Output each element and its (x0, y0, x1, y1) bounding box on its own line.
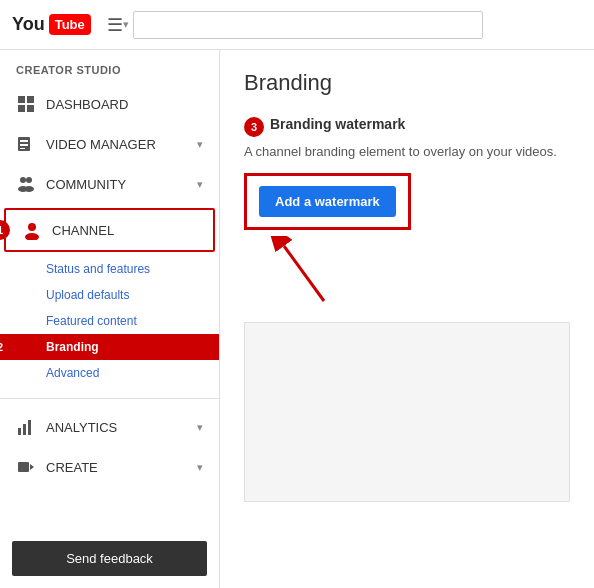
arrow-area (244, 236, 570, 306)
svg-rect-6 (20, 144, 28, 146)
sidebar-subitem-branding[interactable]: Branding (0, 334, 219, 360)
yt-you-text: You (12, 14, 45, 35)
sidebar-item-video-manager[interactable]: VIDEO MANAGER ▾ (0, 124, 219, 164)
svg-rect-2 (18, 105, 25, 112)
main-layout: CREATOR STUDIO DASHBOARD (0, 50, 594, 588)
video-manager-label: VIDEO MANAGER (46, 137, 187, 152)
sidebar-item-channel[interactable]: CHANNEL (4, 208, 215, 252)
dashboard-icon (16, 94, 36, 114)
arrow-annotation (244, 236, 364, 306)
hamburger-button[interactable]: ☰ ▾ (107, 14, 129, 36)
community-chevron: ▾ (197, 178, 203, 191)
video-manager-icon (16, 134, 36, 154)
svg-point-9 (26, 177, 32, 183)
svg-rect-1 (27, 96, 34, 103)
analytics-chevron: ▾ (197, 421, 203, 434)
community-icon (16, 174, 36, 194)
svg-rect-17 (18, 462, 29, 472)
svg-rect-3 (27, 105, 34, 112)
sidebar-divider-1 (0, 398, 219, 399)
sidebar-subitem-featured[interactable]: Featured content (0, 308, 219, 334)
sidebar-item-create[interactable]: CREATE ▾ (0, 447, 219, 487)
add-watermark-button[interactable]: Add a watermark (259, 186, 396, 217)
branding-description: A channel branding element to overlay on… (244, 144, 570, 159)
svg-rect-5 (20, 140, 28, 142)
create-icon (16, 457, 36, 477)
svg-point-8 (20, 177, 26, 183)
watermark-box: Add a watermark (244, 173, 411, 230)
sidebar-item-dashboard[interactable]: DASHBOARD (0, 84, 219, 124)
svg-line-20 (284, 246, 324, 301)
branding-section-title: Branding watermark (270, 116, 405, 132)
channel-subitems: Status and features Upload defaults Feat… (0, 256, 219, 390)
sidebar: CREATOR STUDIO DASHBOARD (0, 50, 220, 588)
annotation-badge-3-label: 3 (244, 117, 264, 137)
search-input[interactable] (133, 11, 483, 39)
svg-marker-18 (30, 464, 34, 470)
sidebar-item-analytics[interactable]: ANALYTICS ▾ (0, 407, 219, 447)
sidebar-subitem-upload[interactable]: Upload defaults (0, 282, 219, 308)
content-area: Branding 3 Branding watermark A channel … (220, 50, 594, 588)
svg-point-13 (25, 233, 39, 240)
analytics-icon (16, 417, 36, 437)
create-chevron: ▾ (197, 461, 203, 474)
dashboard-label: DASHBOARD (46, 97, 203, 112)
svg-point-11 (24, 186, 34, 192)
svg-rect-15 (23, 424, 26, 435)
header: You Tube ☰ ▾ (0, 0, 594, 50)
svg-point-12 (28, 223, 36, 231)
page-title: Branding (244, 70, 570, 96)
youtube-logo: You Tube (12, 14, 91, 35)
branding-section: 3 Branding watermark A channel branding … (244, 116, 570, 306)
community-label: COMMUNITY (46, 177, 187, 192)
svg-rect-0 (18, 96, 25, 103)
channel-icon (22, 220, 42, 240)
yt-tube-icon: Tube (49, 14, 91, 35)
video-manager-chevron: ▾ (197, 138, 203, 151)
svg-rect-7 (20, 148, 25, 149)
sidebar-subitem-advanced[interactable]: Advanced (0, 360, 219, 386)
sidebar-item-community[interactable]: COMMUNITY ▾ (0, 164, 219, 204)
svg-rect-14 (18, 428, 21, 435)
analytics-label: ANALYTICS (46, 420, 187, 435)
gray-placeholder (244, 322, 570, 502)
svg-rect-16 (28, 420, 31, 435)
channel-label: CHANNEL (52, 223, 197, 238)
create-label: CREATE (46, 460, 187, 475)
sidebar-title: CREATOR STUDIO (0, 50, 219, 84)
sidebar-subitem-status[interactable]: Status and features (0, 256, 219, 282)
send-feedback-button[interactable]: Send feedback (12, 541, 207, 576)
